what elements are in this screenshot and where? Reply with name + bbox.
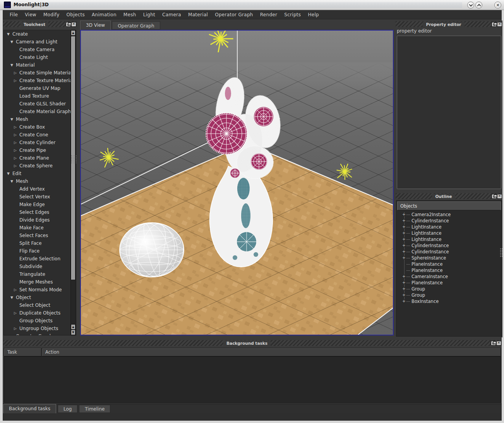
menu-scripts[interactable]: Scripts — [281, 11, 304, 19]
bottom-tab-timeline[interactable]: Timeline — [79, 405, 110, 413]
float-panel-button[interactable] — [491, 341, 496, 346]
toolchest-item-extrude-selection[interactable]: Extrude Selection — [4, 255, 76, 263]
toolchest-item-add-vertex[interactable]: Add Vertex — [4, 185, 76, 193]
toolchest-item-camera-and-light[interactable]: ▼Camera and Light — [4, 38, 76, 46]
outline-item-sphereinstance[interactable]: +SphereInstance — [396, 255, 502, 261]
expand-plus-icon[interactable]: + — [402, 244, 406, 248]
close-panel-button[interactable]: ✕ — [71, 22, 76, 27]
toolchest-header[interactable]: Toolchest ✕ — [3, 21, 77, 27]
expand-arrow-icon[interactable]: ▷ — [14, 133, 19, 137]
toolchest-item-object[interactable]: ▼Object — [4, 294, 76, 301]
expand-plus-icon[interactable]: + — [402, 219, 406, 223]
toolchest-item-create-glsl-shader[interactable]: Create GLSL Shader — [4, 100, 76, 108]
menu-mesh[interactable]: Mesh — [120, 11, 140, 19]
expand-arrow-icon[interactable]: ▷ — [14, 125, 19, 129]
collapse-arrow-icon[interactable]: ▼ — [10, 117, 16, 121]
outline-item-lightinstance[interactable]: +LightInstance — [396, 230, 502, 236]
float-panel-button[interactable] — [66, 22, 71, 27]
toolchest-item-edit[interactable]: ▼Edit — [4, 170, 76, 177]
collapse-arrow-icon[interactable]: ▼ — [10, 296, 16, 299]
expand-arrow-icon[interactable]: ▷ — [14, 79, 19, 83]
toolchest-item-create-pipe[interactable]: ▷Create Pipe — [4, 146, 76, 154]
minimize-button[interactable] — [467, 2, 474, 9]
background-tasks-header[interactable]: Background tasks ✕ — [3, 340, 502, 346]
menu-animation[interactable]: Animation — [88, 11, 120, 19]
splitter-grip-right[interactable] — [500, 248, 503, 257]
menu-render[interactable]: Render — [257, 11, 281, 19]
property-editor-header[interactable]: Property editor ✕ — [396, 21, 502, 27]
titlebar[interactable]: Moonlight|3D ✕ — [0, 0, 504, 10]
bottom-tab-log[interactable]: Log — [58, 405, 77, 413]
scroll-up-button-2[interactable]: ▲ — [71, 324, 75, 330]
toolchest-item-make-face[interactable]: Make Face — [4, 224, 76, 232]
expand-plus-icon[interactable]: + — [402, 275, 406, 279]
toolchest-item-merge-meshes[interactable]: Merge Meshes — [4, 278, 76, 286]
expand-plus-icon[interactable]: + — [402, 256, 406, 260]
outline-item-group[interactable]: +Group — [396, 292, 502, 298]
toolchest-item-create-plane[interactable]: ▷Create Plane — [4, 154, 76, 162]
close-panel-button[interactable]: ✕ — [497, 22, 502, 27]
outline-item-cylinderinstance[interactable]: +CylinderInstance — [396, 218, 502, 224]
toolchest-item-material[interactable]: ▼Material — [4, 61, 76, 69]
toolchest-item-create[interactable]: ▼Create — [4, 30, 76, 38]
float-panel-button[interactable] — [492, 22, 497, 27]
float-panel-button[interactable] — [492, 194, 497, 199]
collapse-arrow-icon[interactable]: ▼ — [10, 40, 16, 44]
toolchest-item-duplicate-objects[interactable]: ▷Duplicate Objects — [4, 309, 76, 317]
splitter-grip[interactable] — [71, 155, 76, 163]
expand-arrow-icon[interactable]: ▷ — [14, 156, 19, 160]
menu-file[interactable]: File — [6, 11, 21, 19]
collapse-arrow-icon[interactable]: ▼ — [10, 179, 16, 183]
toolchest-item-create-material-graph[interactable]: Create Material Graph — [4, 108, 76, 115]
viewport-3d[interactable] — [80, 30, 394, 335]
collapse-arrow-icon[interactable]: ▼ — [10, 334, 16, 335]
toolchest-item-create-box[interactable]: ▷Create Box — [4, 123, 76, 131]
toolchest-item-operator-graph[interactable]: ▼Operator Graph — [4, 332, 76, 335]
expand-plus-icon[interactable]: + — [402, 293, 406, 297]
outline-column-header[interactable]: Objects — [397, 201, 501, 210]
expand-arrow-icon[interactable]: ▷ — [14, 164, 19, 168]
outline-item-group[interactable]: +Group — [396, 286, 502, 292]
toolchest-item-generate-uv-map[interactable]: Generate UV Map — [4, 84, 76, 92]
expand-arrow-icon[interactable]: ▷ — [14, 71, 19, 75]
scroll-up-button[interactable]: ▲ — [71, 30, 75, 36]
expand-plus-icon[interactable]: + — [402, 287, 406, 291]
tab-3d-view[interactable]: 3D View — [80, 21, 111, 30]
outline-item-boxinstance[interactable]: +BoxInstance — [396, 298, 502, 304]
toolchest-item-divide-edges[interactable]: Divide Edges — [4, 216, 76, 224]
menu-operator-graph[interactable]: Operator Graph — [211, 11, 257, 19]
close-panel-button[interactable]: ✕ — [497, 194, 502, 199]
menu-camera[interactable]: Camera — [159, 11, 185, 19]
toolchest-item-select-vertex[interactable]: Select Vertex — [4, 193, 76, 201]
outline-item-planeinstance[interactable]: +PlaneInstance — [396, 261, 502, 267]
expand-plus-icon[interactable]: + — [402, 225, 406, 229]
menu-modify[interactable]: Modify — [40, 11, 63, 19]
close-button[interactable]: ✕ — [494, 2, 501, 9]
toolchest-item-create-cylinder[interactable]: ▷Create Cylinder — [4, 139, 76, 146]
menu-objects[interactable]: Objects — [63, 11, 88, 19]
outline-item-camera2instance[interactable]: +Camera2Instance — [396, 212, 502, 218]
toolchest-item-create-cone[interactable]: ▷Create Cone — [4, 131, 76, 139]
toolchest-item-load-texture[interactable]: Load Texture — [4, 92, 76, 100]
maximize-button[interactable] — [475, 2, 482, 9]
toolchest-item-set-normals-mode[interactable]: ▷Set Normals Mode — [4, 286, 76, 294]
toolchest-item-create-texture-material[interactable]: ▷Create Texture Material — [4, 77, 76, 84]
outline-item-lightinstance[interactable]: +LightInstance — [396, 236, 502, 242]
toolchest-item-select-edges[interactable]: Select Edges — [4, 208, 76, 216]
toolchest-item-mesh[interactable]: ▼Mesh — [4, 177, 76, 185]
collapse-arrow-icon[interactable]: ▼ — [10, 63, 16, 67]
toolchest-item-select-faces[interactable]: Select Faces — [4, 232, 76, 239]
outline-item-camerainstance[interactable]: +CameraInstance — [396, 273, 502, 280]
toolchest-item-create-camera[interactable]: Create Camera — [4, 46, 76, 53]
toolchest-item-create-simple-material[interactable]: ▷Create Simple Material — [4, 69, 76, 77]
close-panel-button[interactable]: ✕ — [496, 341, 501, 346]
toolchest-item-group-objects[interactable]: Group Objects — [4, 317, 76, 325]
menu-light[interactable]: Light — [140, 11, 159, 19]
expand-plus-icon[interactable]: + — [402, 299, 406, 303]
expand-plus-icon[interactable]: + — [402, 213, 406, 217]
scroll-down-button[interactable]: ▼ — [71, 330, 75, 335]
tab-operator-graph[interactable]: Operator Graph — [112, 21, 160, 29]
outline-item-lightinstance[interactable]: +LightInstance — [396, 224, 502, 230]
toolchest-item-triangulate[interactable]: Triangulate — [4, 270, 76, 278]
expand-plus-icon[interactable]: + — [402, 237, 406, 241]
